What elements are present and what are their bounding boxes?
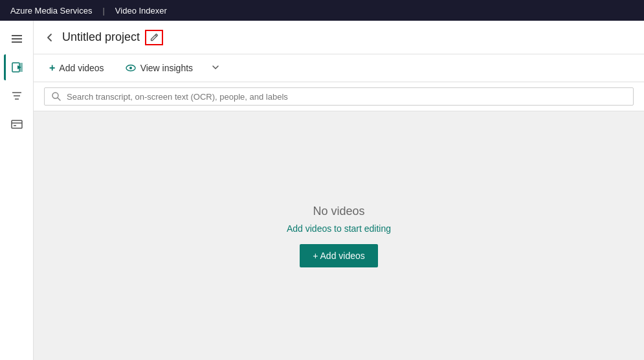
svg-rect-1 xyxy=(12,38,22,39)
search-wrapper xyxy=(44,87,634,106)
search-icon xyxy=(51,91,61,102)
add-videos-label: Add videos xyxy=(59,63,104,73)
search-row xyxy=(34,82,644,111)
svg-rect-9 xyxy=(12,120,22,128)
toolbar-row: + Add videos View insights xyxy=(34,54,644,82)
sidebar-item-subscriptions[interactable] xyxy=(4,111,30,137)
back-button[interactable] xyxy=(44,32,56,43)
svg-rect-2 xyxy=(12,41,22,43)
main-content: No videos Add videos to start editing + … xyxy=(34,111,644,360)
svg-rect-0 xyxy=(12,35,22,36)
chevron-down-icon xyxy=(211,63,220,72)
view-insights-button[interactable]: View insights xyxy=(120,60,198,76)
add-videos-main-label: + Add videos xyxy=(313,251,365,261)
svg-point-13 xyxy=(129,67,132,69)
view-insights-label: View insights xyxy=(140,63,193,73)
back-arrow-icon xyxy=(44,32,56,43)
dropdown-arrow-button[interactable] xyxy=(211,63,220,74)
svg-rect-5 xyxy=(20,63,23,72)
sidebar-item-filter[interactable] xyxy=(4,83,30,109)
subtitle-add-videos: Add videos xyxy=(287,223,331,234)
subscription-icon xyxy=(10,118,23,131)
content-area: Untitled project + Add videos View insig… xyxy=(34,21,644,360)
eye-icon xyxy=(125,62,137,74)
hamburger-icon xyxy=(10,32,23,45)
add-videos-main-button[interactable]: + Add videos xyxy=(300,244,378,267)
video-library-icon xyxy=(11,61,24,74)
sidebar xyxy=(0,21,34,360)
pencil-icon xyxy=(149,32,159,43)
nav-divider: | xyxy=(102,6,104,16)
sidebar-item-menu[interactable] xyxy=(4,26,30,52)
top-nav: Azure Media Services | Video Indexer xyxy=(0,0,644,21)
sidebar-item-library[interactable] xyxy=(4,54,30,80)
no-videos-title: No videos xyxy=(313,205,364,218)
add-videos-toolbar-button[interactable]: + Add videos xyxy=(44,60,109,76)
project-title: Untitled project xyxy=(62,30,140,44)
plus-icon: + xyxy=(49,62,55,74)
edit-title-button[interactable] xyxy=(145,30,163,45)
main-layout: Untitled project + Add videos View insig… xyxy=(0,21,644,360)
header-row: Untitled project xyxy=(34,21,644,54)
subtitle-suffix: to start editing xyxy=(331,223,391,234)
brand-video-indexer: Video Indexer xyxy=(115,6,167,16)
svg-line-15 xyxy=(58,98,60,100)
filter-icon xyxy=(10,89,23,102)
search-input[interactable] xyxy=(67,92,627,102)
no-videos-subtitle: Add videos to start editing xyxy=(287,223,391,234)
brand-azure: Azure Media Services xyxy=(10,6,92,16)
